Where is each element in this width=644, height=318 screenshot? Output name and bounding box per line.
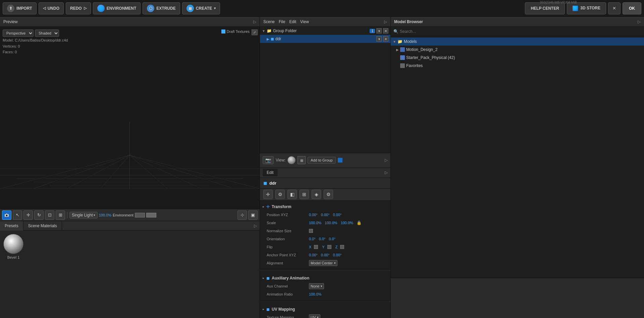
mb-row-models[interactable]: ▼ 📁 Models bbox=[391, 38, 644, 46]
shaded-select[interactable]: Shaded bbox=[35, 29, 59, 37]
tree-btn-close-group[interactable]: ✕ bbox=[383, 28, 388, 34]
extrude-button[interactable]: ⬡ EXTRUDE bbox=[143, 2, 180, 14]
edit-extra-icon-btn[interactable]: ⚙ bbox=[324, 190, 333, 199]
preset-sphere-bevel1 bbox=[3, 234, 23, 254]
tab-edit[interactable]: Edit bbox=[263, 169, 278, 176]
scale-y[interactable]: 100.0% bbox=[325, 221, 337, 225]
viewport-expand-button[interactable]: ⤢ bbox=[252, 29, 258, 35]
camera-tool-button[interactable] bbox=[2, 210, 11, 220]
alignment-dropdown[interactable]: Model Center ▾ bbox=[309, 260, 337, 266]
transform-tool-button[interactable]: ⊞ bbox=[56, 210, 65, 220]
select-tool-button[interactable]: ↖ bbox=[13, 210, 22, 220]
aux-channel-dropdown[interactable]: None ▾ bbox=[309, 283, 324, 289]
mb-row-starter-pack[interactable]: ▶ Starter_Pack_Physical (42) bbox=[391, 54, 644, 62]
scene-menu-file[interactable]: File bbox=[279, 19, 285, 24]
aux-icon: ◼ bbox=[266, 276, 270, 280]
edit-settings-icon-btn[interactable]: ⚙ bbox=[275, 190, 285, 199]
tree-row-group-folder[interactable]: ▼ 📁 Group Folder 1 ▾ ✕ bbox=[260, 27, 390, 35]
rotate-tool-button[interactable]: ↻ bbox=[34, 210, 44, 220]
extrude-icon: ⬡ bbox=[147, 5, 154, 12]
view-sphere-button[interactable] bbox=[287, 156, 296, 164]
mb-label-favorites: Favorites bbox=[406, 63, 423, 68]
scene-menu-view[interactable]: View bbox=[300, 19, 309, 24]
scale-lock-icon[interactable]: 🔒 bbox=[357, 220, 362, 225]
flip-y[interactable]: Y bbox=[322, 245, 324, 249]
grid-icon: ⊹ bbox=[240, 212, 244, 217]
aux-anim-header[interactable]: ▸ ◼ Auxiliary Animation bbox=[260, 274, 390, 282]
position-y[interactable]: 0.00° bbox=[321, 213, 330, 217]
tree-row-ddr[interactable]: ▶ ◼ ddr ▾ ✕ bbox=[260, 35, 390, 43]
tab-presets[interactable]: Presets bbox=[0, 221, 23, 231]
normalize-checkbox[interactable] bbox=[309, 229, 313, 233]
scene-right-arrow[interactable]: ▷ bbox=[385, 158, 388, 163]
mb-row-favorites[interactable]: ▶ Favorites bbox=[391, 62, 644, 70]
anchor-x[interactable]: 0.00° bbox=[309, 253, 318, 257]
create-button[interactable]: ◼ CREATE ▾ bbox=[182, 2, 220, 14]
texture-mapping-dropdown[interactable]: UV ▾ bbox=[309, 314, 320, 318]
flip-y-check[interactable] bbox=[327, 245, 331, 249]
tree-btn-close-ddr[interactable]: ✕ bbox=[383, 36, 388, 42]
edit-surface-icon-btn[interactable]: ◧ bbox=[287, 190, 297, 199]
flip-z-check[interactable] bbox=[340, 245, 344, 249]
svg-line-9 bbox=[130, 155, 235, 189]
scale-icon: ⊡ bbox=[48, 212, 52, 217]
tree-btn-collapse[interactable]: ▾ bbox=[376, 28, 382, 34]
redo-button[interactable]: REDO ▷ bbox=[66, 2, 91, 14]
add-group-button[interactable]: Add to Group bbox=[308, 157, 335, 164]
view-label: View: bbox=[276, 158, 285, 163]
flip-x[interactable]: X bbox=[309, 245, 311, 249]
scale-tool-button[interactable]: ⊡ bbox=[45, 210, 54, 220]
obj-name-row: ◼ ddr bbox=[260, 178, 390, 189]
orient-y[interactable]: 0.0° bbox=[319, 237, 326, 241]
edit-right-arrow[interactable]: ▷ bbox=[385, 170, 388, 175]
position-x[interactable]: 0.00° bbox=[309, 213, 318, 217]
perspective-select[interactable]: Perspective bbox=[3, 29, 34, 37]
edit-move-icon-btn[interactable]: ✛ bbox=[263, 190, 273, 199]
group-folder-label: Group Folder bbox=[273, 28, 297, 33]
tab-scene-materials[interactable]: Scene Materials bbox=[23, 221, 62, 231]
presets-expand-arrow[interactable]: ▷ bbox=[251, 224, 260, 228]
viewport-area[interactable]: Perspective Shaded Draft Textures ⤢ Mode… bbox=[0, 27, 260, 209]
tree-btn-ddr-collapse[interactable]: ▾ bbox=[376, 36, 382, 42]
edit-material-icon-btn[interactable]: ◈ bbox=[312, 190, 321, 199]
flip-z[interactable]: Z bbox=[335, 245, 338, 249]
viewport-grid bbox=[0, 122, 260, 189]
mb-row-motion-design[interactable]: ▶ Motion_Design_2 bbox=[391, 46, 644, 54]
view-grid-button[interactable]: ▦ bbox=[298, 156, 306, 164]
orient-z[interactable]: 0.0° bbox=[329, 237, 335, 241]
light-select[interactable]: Single Light ▾ bbox=[69, 212, 98, 218]
scene-expand-arrow[interactable]: ▷ bbox=[384, 19, 387, 24]
move-tool-button[interactable]: ✛ bbox=[23, 210, 33, 220]
preview-expand-arrow[interactable]: ▷ bbox=[253, 19, 256, 24]
scale-z[interactable]: 100.0% bbox=[341, 221, 353, 225]
edit-copy-icon-btn[interactable]: ⊞ bbox=[300, 190, 309, 199]
import-button[interactable]: ⬆ IMPORT bbox=[3, 2, 37, 14]
prop-alignment: Alignment Model Center ▾ bbox=[260, 259, 390, 267]
camera-view-button[interactable]: 📷 bbox=[263, 156, 274, 164]
scene-menu-edit[interactable]: Edit bbox=[289, 19, 296, 24]
render-button[interactable]: ▣ bbox=[248, 210, 258, 220]
zoom-label[interactable]: 100.0% bbox=[99, 213, 111, 217]
ok-button[interactable]: OK bbox=[623, 2, 641, 14]
search-input[interactable] bbox=[400, 29, 641, 34]
aux-anim-title: Auxiliary Animation bbox=[272, 276, 309, 280]
close-button[interactable]: ✕ bbox=[608, 2, 621, 14]
environment-button[interactable]: 🌐 ENVIRONMENT bbox=[93, 2, 141, 14]
grid-overlay-button[interactable]: ⊹ bbox=[237, 210, 247, 220]
preset-item-bevel1[interactable]: Bevel 1 bbox=[3, 234, 23, 259]
scale-x[interactable]: 100.0% bbox=[309, 221, 321, 225]
anim-ratio-value[interactable]: 100.0% bbox=[309, 292, 321, 296]
undo-button[interactable]: ◁ UNDO bbox=[39, 2, 64, 14]
anchor-z[interactable]: 0.00° bbox=[333, 253, 342, 257]
orient-x[interactable]: 0.0° bbox=[309, 237, 316, 241]
model-browser-title: Model Browser bbox=[394, 19, 423, 24]
presets-tabs: Presets Scene Materials ▷ bbox=[0, 221, 260, 231]
draft-textures-checkbox[interactable] bbox=[221, 29, 225, 34]
anchor-y[interactable]: 0.00° bbox=[321, 253, 330, 257]
transform-icon: ⊞ bbox=[59, 212, 62, 217]
model-browser-expand[interactable]: ▷ bbox=[638, 19, 641, 24]
position-z[interactable]: 0.00° bbox=[333, 213, 342, 217]
flip-x-check[interactable] bbox=[314, 245, 318, 249]
transform-header[interactable]: ▸ ✛ Transform bbox=[260, 203, 390, 211]
uv-mapping-header[interactable]: ▸ ◼ UV Mapping bbox=[260, 305, 390, 313]
